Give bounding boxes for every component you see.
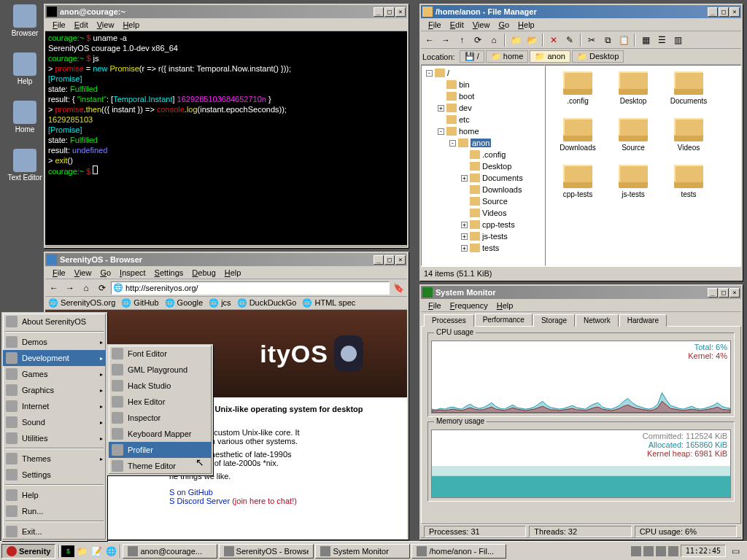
menu-frequency[interactable]: Frequency [446,300,492,311]
menu-file[interactable]: File [424,300,446,311]
menu-item-help[interactable]: Help [3,487,106,503]
breadcrumb-segment[interactable]: 📁 Desktop [572,50,624,63]
titlebar[interactable]: /home/anon - File Manager _ □ × [421,5,741,18]
folder-tests[interactable]: tests [662,165,715,209]
maximize-button[interactable]: □ [719,7,729,17]
quick-filemanager-icon[interactable]: 📁 [74,544,89,559]
menu-help[interactable]: Help [118,20,144,30]
breadcrumb[interactable]: 💾 /📁 home📁 anon📁 Desktop [460,50,624,63]
tree-item[interactable]: +Documents [423,172,543,184]
task-button[interactable]: SerenityOS - Browser [219,544,314,559]
tab-performance[interactable]: Performance [475,314,533,326]
forward-icon[interactable]: → [63,281,77,295]
desktop-icon-text-editor[interactable]: Text Editor [3,149,47,182]
bookmark-google[interactable]: 🌐 Google [165,298,204,308]
folder-js-tests[interactable]: js-tests [607,165,659,209]
show-desktop-icon[interactable]: ▭ [728,544,743,559]
tray-volume-icon[interactable] [668,546,678,556]
maximize-button[interactable]: □ [719,288,729,298]
minimize-button[interactable]: _ [374,255,384,265]
paste-icon[interactable]: 📋 [616,33,631,47]
menu-settings[interactable]: Settings [150,268,188,278]
menu-file[interactable]: File [48,268,70,278]
tab-network[interactable]: Network [576,314,619,327]
menu-item-run---[interactable]: Run... [3,503,106,519]
reload-icon[interactable]: ⟳ [95,281,109,295]
close-button[interactable]: × [395,255,406,265]
cut-icon[interactable]: ✂ [584,33,599,47]
new-folder-icon[interactable]: 📁 [508,33,523,47]
quick-browser-icon[interactable]: 🌐 [104,544,118,559]
menu-item-internet[interactable]: Internet▸ [3,398,106,414]
menu-file[interactable]: File [424,20,446,30]
toolbar[interactable]: ← → ↑ ⟳ ⌂ 📁 📂 ✕ ✎ ✂ ⧉ 📋 ▦ ☰ ▥ [421,31,741,49]
bookmark-icon[interactable]: 🔖 [391,281,406,295]
task-button[interactable]: anon@courage... [123,544,217,559]
folder-Documents[interactable]: Documents [662,71,715,115]
folder-Source[interactable]: Source [607,118,659,162]
url-input[interactable]: 🌐http://serenityos.org/ [111,281,390,295]
bookmark-jcs[interactable]: 🌐 jcs [209,298,231,308]
submenu-item-keyboard-mapper[interactable]: Keyboard Mapper [109,426,212,442]
minimize-button[interactable]: _ [708,288,718,298]
menu-help[interactable]: Help [220,268,246,278]
submenu-item-profiler[interactable]: Profiler [109,442,212,458]
breadcrumb-segment[interactable]: 📁 home [486,50,529,63]
tree-item[interactable]: Videos [423,207,543,219]
tab-processes[interactable]: Processes [424,314,474,327]
forward-icon[interactable]: → [438,33,453,47]
tree-item[interactable]: +cpp-tests [423,219,543,230]
bookmark-serenityosorg[interactable]: 🌐 SerenityOS.org [48,298,115,308]
menu-item-sound[interactable]: Sound▸ [3,414,106,430]
navigation-toolbar[interactable]: ← → ⌂ ⟳ 🌐http://serenityos.org/ 🔖 [45,279,407,297]
desktop-icon-home[interactable]: Home [3,101,47,133]
tree-item[interactable]: Downloads [423,184,543,195]
github-link[interactable]: S on GitHub [169,488,213,497]
tabs[interactable]: ProcessesPerformanceStorageNetworkHardwa… [421,312,741,326]
tree-item[interactable]: +dev [423,102,543,114]
desktop-icon-browser[interactable]: Browser [3,4,47,37]
menu-inspect[interactable]: Inspect [115,268,150,278]
bookmark-github[interactable]: 🌐 GitHub [121,298,158,308]
folder-tree[interactable]: -/binboot+devetc-home-anon.configDesktop… [421,65,545,266]
menu-item-themes[interactable]: Themes▸ [3,451,106,467]
tray-clipboard-icon[interactable] [656,546,666,556]
menu-item-graphics[interactable]: Graphics▸ [3,382,106,398]
menu-item-games[interactable]: Games▸ [3,366,106,382]
submenu-item-inspector[interactable]: Inspector [109,410,212,426]
bookmark-duckduckgo[interactable]: 🌐 DuckDuckGo [237,298,297,308]
folder-.config[interactable]: .config [551,71,604,115]
system-monitor-window[interactable]: System Monitor _ □ × FileFrequencyHelp P… [419,284,743,540]
tree-item[interactable]: etc [423,114,543,125]
menu-item-utilities[interactable]: Utilities▸ [3,430,106,446]
tree-item[interactable]: bin [423,79,543,90]
location-bar[interactable]: Location: 💾 /📁 home📁 anon📁 Desktop [421,49,741,65]
menu-help[interactable]: Help [492,300,518,311]
folder-Desktop[interactable]: Desktop [607,71,659,115]
menu-go[interactable]: Go [96,268,115,278]
folder-Videos[interactable]: Videos [662,118,715,162]
tree-item[interactable]: Source [423,195,543,207]
menubar[interactable]: FileViewGoInspectSettingsDebugHelp [45,266,407,279]
tab-hardware[interactable]: Hardware [619,314,667,327]
menu-go[interactable]: Go [494,20,514,30]
bookmark-htmlspec[interactable]: 🌐 HTML spec [302,298,355,308]
tree-item[interactable]: boot [423,90,543,102]
start-menu[interactable]: About SerenityOSDemos▸Development▸Games▸… [1,312,107,541]
menu-view[interactable]: View [70,268,96,278]
start-button[interactable]: Serenity [1,544,55,559]
menubar[interactable]: FileEditViewGoHelp [421,18,741,31]
back-icon[interactable]: ← [422,33,437,47]
tab-storage[interactable]: Storage [533,314,575,327]
menu-debug[interactable]: Debug [187,268,220,278]
menu-file[interactable]: File [48,20,70,30]
view-icons-icon[interactable]: ▦ [638,33,653,47]
titlebar[interactable]: System Monitor _ □ × [421,286,741,299]
terminal-window[interactable]: anon@courage:~ _ □ × FileEditViewHelp co… [44,4,409,248]
menu-edit[interactable]: Edit [446,20,468,30]
menu-view[interactable]: View [468,20,495,30]
close-button[interactable]: × [395,7,406,17]
tree-item[interactable]: Desktop [423,160,543,172]
submenu-item-theme-editor[interactable]: Theme Editor [109,458,212,474]
view-columns-icon[interactable]: ▥ [670,33,685,47]
